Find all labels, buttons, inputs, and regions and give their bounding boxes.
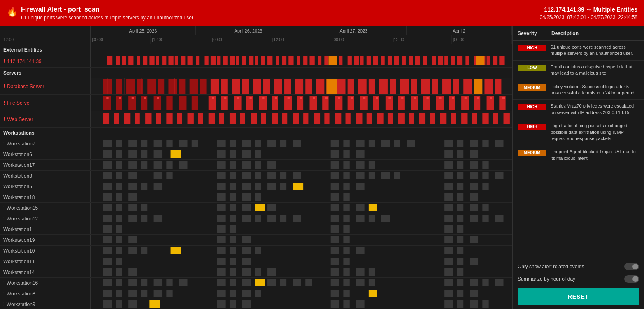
svg-rect-388 [230, 236, 236, 243]
svg-rect-86 [358, 79, 366, 94]
ws16-name: Workstation16 [7, 280, 38, 286]
section-workstations: Workstations [0, 128, 512, 138]
svg-rect-415 [242, 258, 251, 265]
svg-rect-25 [267, 56, 272, 65]
svg-rect-481 [116, 300, 122, 308]
svg-point-166 [477, 97, 479, 99]
svg-rect-171 [114, 113, 119, 124]
alert-item-5[interactable]: HIGH High traffic of ping packets exchan… [513, 119, 644, 145]
svg-rect-169 [91, 111, 512, 127]
date-bar: April 25, 2023 April 26, 2023 April 27, … [0, 26, 512, 35]
svg-rect-16 [211, 56, 216, 65]
svg-rect-341 [267, 204, 276, 211]
ws6-label: Workstation6 [0, 149, 91, 159]
svg-rect-98 [484, 79, 493, 94]
svg-rect-196 [377, 113, 383, 124]
svg-rect-69 [179, 79, 185, 94]
svg-rect-420 [470, 258, 478, 265]
svg-rect-213 [141, 140, 147, 147]
svg-rect-27 [282, 56, 286, 65]
alert-item-6[interactable]: MEDIUM Endpoint Agent blocked Trojan RAT… [513, 145, 644, 165]
svg-rect-67 [158, 79, 164, 94]
svg-point-168 [502, 97, 505, 99]
toggle-row-2: Summarize by hour of day [518, 273, 639, 285]
svg-point-161 [414, 97, 416, 99]
alert-desc-6: Endpoint Agent blocked Trojan RAT due to… [551, 149, 639, 162]
svg-rect-364 [331, 215, 339, 222]
row-ws10: Workstation10 [0, 246, 512, 256]
ws16-label: ! Workstation16 [0, 278, 91, 288]
ws14-vis [91, 267, 512, 277]
svg-rect-2 [116, 56, 120, 65]
svg-rect-84 [337, 79, 345, 94]
svg-rect-269 [356, 161, 364, 169]
svg-rect-66 [147, 79, 156, 94]
svg-rect-459 [482, 279, 488, 286]
svg-rect-252 [470, 150, 478, 158]
svg-rect-74 [232, 79, 240, 94]
svg-rect-335 [128, 204, 137, 211]
svg-rect-407 [444, 247, 453, 254]
svg-rect-36 [348, 56, 352, 65]
svg-rect-426 [230, 268, 236, 276]
svg-rect-471 [242, 290, 251, 297]
svg-rect-203 [451, 113, 456, 124]
svg-rect-268 [343, 161, 349, 169]
svg-rect-72 [211, 79, 219, 94]
right-panel-header: Severity Description [513, 26, 644, 41]
svg-rect-176 [166, 113, 172, 124]
svg-rect-40 [373, 56, 378, 65]
svg-rect-11 [175, 56, 178, 65]
svg-rect-337 [217, 204, 225, 211]
svg-rect-336 [141, 204, 147, 211]
svg-rect-198 [398, 113, 405, 124]
toggle1-label: Only show alert related events [518, 264, 584, 269]
svg-rect-457 [457, 279, 463, 286]
alert-item-2[interactable]: LOW Email contains a disguised hyperlink… [513, 61, 644, 80]
svg-rect-210 [103, 140, 112, 147]
svg-rect-4 [128, 56, 133, 65]
svg-point-140 [106, 97, 109, 99]
svg-rect-190 [314, 113, 320, 124]
svg-rect-469 [217, 290, 225, 297]
toggle2[interactable] [624, 275, 639, 283]
svg-rect-80 [295, 79, 303, 94]
svg-rect-379 [331, 225, 339, 233]
svg-rect-94 [442, 79, 451, 94]
toggle1[interactable] [624, 263, 639, 270]
svg-point-141 [119, 97, 121, 99]
svg-rect-440 [141, 279, 147, 286]
svg-rect-428 [255, 268, 261, 276]
svg-rect-47 [423, 56, 427, 65]
svg-point-149 [262, 97, 265, 99]
ws5-label: Workstation5 [0, 181, 91, 192]
svg-point-165 [464, 97, 467, 99]
alert-item-4[interactable]: HIGH Stanley.Mraz70 privileges were esca… [513, 100, 644, 119]
alert-desc-5: High traffic of ping packets exchanged -… [551, 123, 639, 142]
svg-rect-431 [343, 268, 349, 276]
svg-rect-93 [432, 79, 438, 94]
timeline-body[interactable]: External Entities ! 112.174.141.39 [0, 44, 512, 309]
svg-rect-449 [280, 279, 286, 286]
svg-rect-358 [230, 215, 236, 222]
row-ws14: Workstation14 [0, 267, 512, 278]
svg-rect-406 [356, 247, 364, 254]
svg-rect-245 [242, 150, 251, 158]
svg-point-150 [275, 97, 277, 99]
svg-rect-248 [343, 150, 349, 158]
svg-rect-480 [103, 300, 112, 308]
svg-rect-225 [331, 140, 339, 147]
alert-item-3[interactable]: MEDIUM Policy violated: Successful login… [513, 80, 644, 100]
svg-rect-46 [415, 56, 420, 65]
svg-rect-232 [444, 140, 453, 147]
svg-rect-359 [242, 215, 251, 222]
alert-item-1[interactable]: HIGH 61 unique ports were scanned across… [513, 41, 644, 61]
svg-rect-287 [293, 172, 301, 179]
svg-rect-253 [171, 150, 181, 158]
svg-rect-326 [255, 193, 261, 201]
svg-rect-21 [242, 56, 246, 65]
svg-rect-441 [154, 279, 162, 286]
reset-button[interactable]: RESET [518, 288, 639, 305]
svg-rect-204 [461, 113, 467, 124]
svg-rect-277 [116, 172, 122, 179]
